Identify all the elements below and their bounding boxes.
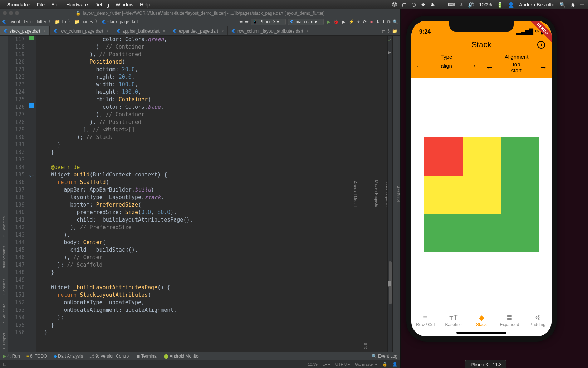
tab-row-col-attrs[interactable]: row_column_layout_attributes.dart× bbox=[228, 26, 313, 35]
restart-button[interactable]: ⟳ bbox=[363, 19, 367, 24]
lock-icon[interactable]: 🔒 bbox=[382, 362, 387, 367]
close-icon[interactable]: × bbox=[43, 29, 46, 34]
hierarchy-button[interactable]: ⧉ bbox=[387, 19, 391, 24]
menu-hardware[interactable]: Hardware bbox=[66, 2, 88, 8]
tray-siri-icon[interactable]: ◉ bbox=[570, 2, 575, 8]
close-icon[interactable]: × bbox=[163, 29, 165, 34]
crumb-pages[interactable]: pages bbox=[81, 19, 93, 24]
device-dropdown[interactable]: iPhone X ▾ bbox=[251, 19, 286, 25]
home-indicator[interactable] bbox=[456, 332, 506, 334]
tool-structure[interactable]: 7: Structure bbox=[2, 304, 6, 324]
menu-help[interactable]: Help bbox=[140, 2, 150, 8]
search-icon[interactable]: 🔍 bbox=[393, 19, 398, 24]
app-body bbox=[411, 78, 552, 311]
menubar-app-name[interactable]: Simulator bbox=[7, 2, 30, 8]
nav-play-icon[interactable]: ▶ bbox=[388, 49, 391, 56]
tray-dropbox-icon[interactable]: ❖ bbox=[421, 2, 426, 8]
tray-user-icon[interactable]: 👤 bbox=[508, 2, 514, 8]
folder-icon: 📁 bbox=[55, 19, 60, 24]
code-editor[interactable]: 117 118 119 120 121 122 123 124 125 126 … bbox=[8, 36, 392, 352]
close-icon[interactable]: × bbox=[106, 29, 109, 34]
vcs-button[interactable]: ⬇ bbox=[376, 19, 379, 24]
merge-button[interactable]: ⬆ bbox=[382, 19, 385, 24]
stop-button[interactable]: ■ bbox=[370, 19, 373, 24]
crumb-file[interactable]: stack_page.dart bbox=[107, 19, 138, 24]
tray-search-icon[interactable]: 🔍 bbox=[559, 2, 565, 8]
tool-terminal[interactable]: ▣ Terminal bbox=[136, 354, 157, 359]
align-next-button[interactable]: → bbox=[539, 63, 547, 72]
align-prev-button[interactable]: ← bbox=[486, 63, 494, 72]
tool-todo[interactable]: ≡ 6: TODO bbox=[26, 354, 47, 359]
nav-baseline[interactable]: ᴛTBaseline bbox=[439, 314, 467, 327]
project-name[interactable]: layout_demo_flutter bbox=[9, 19, 46, 24]
tool-run[interactable]: ▶ 4: Run bbox=[3, 354, 20, 359]
back-icon[interactable]: ⬅ bbox=[239, 19, 243, 24]
color-swatch-blue bbox=[29, 103, 34, 108]
menu-debug[interactable]: Debug bbox=[94, 2, 109, 8]
info-icon[interactable]: i bbox=[537, 41, 545, 49]
tab-appbar-builder[interactable]: appbar_builder.dart× bbox=[113, 26, 169, 35]
run-button[interactable]: ▶ bbox=[327, 19, 330, 24]
tab-stack-page[interactable]: stack_page.dart× bbox=[0, 26, 50, 35]
code-content[interactable]: color: Colors.green, ), // Container ), … bbox=[36, 36, 387, 352]
left-tool-gutter[interactable]: 2: Favorites Build Variants Captures 7: … bbox=[0, 36, 8, 352]
line-sep[interactable]: LF ÷ bbox=[323, 362, 330, 367]
hat-icon[interactable]: 👤 bbox=[392, 362, 397, 367]
minimap-icon[interactable] bbox=[388, 281, 392, 287]
tray-user-name[interactable]: Andrea Bizzotto bbox=[519, 2, 554, 8]
close-icon[interactable]: × bbox=[221, 29, 224, 34]
close-icon[interactable]: × bbox=[307, 29, 309, 34]
tray-list-icon[interactable]: ☰ bbox=[580, 2, 584, 8]
iphone-screen[interactable]: DEBUG 9:24 ▂▄▆█ ⌔ ▮ Stack i Type bbox=[411, 21, 552, 336]
right-tool-gutter[interactable]: Ant Build Flutter Inspector Maven Projec… bbox=[392, 36, 400, 352]
tool-dart-analysis[interactable]: ◆ Dart Analysis bbox=[54, 354, 83, 359]
tray-gear-icon[interactable]: ✱ bbox=[431, 2, 435, 8]
nav-row-col[interactable]: ≡Row / Col bbox=[411, 314, 439, 327]
window-controls[interactable] bbox=[3, 11, 19, 15]
mac-menubar: Simulator File Edit Hardware Debug Windo… bbox=[0, 0, 588, 9]
fwd-icon[interactable]: ➡ bbox=[245, 19, 249, 24]
tool-ant-build[interactable]: Ant Build bbox=[396, 186, 400, 202]
menu-window[interactable]: Window bbox=[116, 2, 133, 8]
tab-label: stack_page.dart bbox=[10, 29, 40, 34]
encoding[interactable]: UTF-8 ÷ bbox=[335, 362, 350, 367]
tab-arrows[interactable]: ⇄5📁 bbox=[379, 26, 400, 35]
tray-keyboard-icon[interactable]: ⌨ bbox=[448, 2, 455, 8]
event-log[interactable]: 🔍 Event Log bbox=[372, 354, 397, 359]
tray-hex-icon[interactable]: ⬡ bbox=[412, 2, 416, 8]
tool-build-variants[interactable]: Build Variants bbox=[2, 246, 6, 270]
menu-edit[interactable]: Edit bbox=[51, 2, 60, 8]
tool-vcs[interactable]: ⎇ 9: Version Control bbox=[89, 354, 130, 359]
scroll-marker-bar[interactable]: ✔ ▶ bbox=[387, 36, 392, 352]
flutter-icon[interactable] bbox=[2, 20, 6, 24]
type-label: Type bbox=[441, 54, 452, 60]
tray-m-icon[interactable]: Ⓜ bbox=[392, 1, 397, 8]
tab-row-column[interactable]: row_column_page.dart× bbox=[50, 26, 113, 35]
flutter-icon bbox=[4, 29, 8, 33]
tray-wifi-icon[interactable]: ⏚ bbox=[460, 2, 463, 8]
git-branch[interactable]: Git: master ÷ bbox=[355, 362, 377, 367]
hot-reload-button[interactable]: ⚡ bbox=[349, 19, 354, 24]
menu-file[interactable]: File bbox=[37, 2, 45, 8]
statusbar-icon[interactable]: ▢ bbox=[3, 362, 6, 367]
debug-button[interactable]: 🐞 bbox=[333, 19, 339, 24]
tool-android-monitor[interactable]: ⬤ Android Monitor bbox=[164, 354, 200, 359]
folder-icon[interactable]: 📁 bbox=[392, 29, 397, 34]
tray-volume-icon[interactable]: 🔊 bbox=[468, 2, 474, 8]
nav-padding[interactable]: ⫷Padding bbox=[524, 314, 552, 327]
nav-stack[interactable]: ◆Stack bbox=[467, 314, 495, 327]
tab-expanded[interactable]: expanded_page.dart× bbox=[169, 26, 228, 35]
run-config-dropdown[interactable]: main.dart ▾ bbox=[288, 19, 323, 25]
tool-project[interactable]: 1: Project bbox=[2, 333, 6, 349]
tool-favorites[interactable]: 2: Favorites bbox=[2, 216, 6, 237]
crumb-lib[interactable]: lib bbox=[62, 19, 66, 24]
tool-captures[interactable]: Captures bbox=[2, 279, 6, 295]
nav-expanded[interactable]: ≣Expanded bbox=[495, 314, 523, 327]
coverage-button[interactable]: ▶ bbox=[342, 19, 345, 24]
nav-label: Expanded bbox=[500, 322, 519, 327]
type-prev-button[interactable]: ← bbox=[416, 61, 423, 71]
tray-video-icon[interactable]: ▢ bbox=[402, 2, 407, 8]
type-next-button[interactable]: → bbox=[469, 61, 477, 71]
tray-battery-icon[interactable]: 🔋 bbox=[497, 2, 503, 8]
devtools-button[interactable]: ⌖ bbox=[357, 19, 360, 24]
